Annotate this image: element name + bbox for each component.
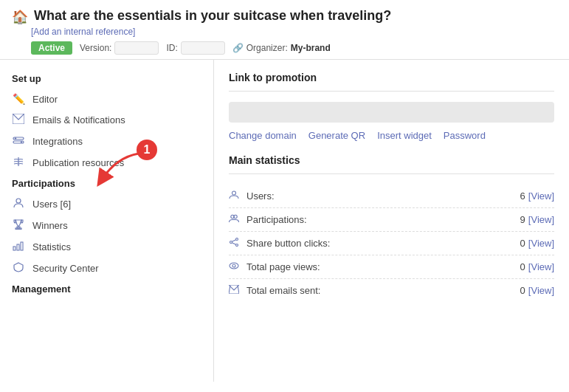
- emails-stat-label: Total emails sent:: [246, 285, 320, 296]
- sidebar-item-integrations[interactable]: Integrations: [0, 131, 213, 152]
- id-field: ID:: [166, 41, 224, 55]
- emails-stat-icon: [229, 285, 241, 296]
- setup-title: Set up: [0, 73, 213, 89]
- sidebar-item-label: Editor: [32, 94, 58, 105]
- management-section: Management: [0, 283, 213, 299]
- add-reference-link[interactable]: [Add an internal reference]: [31, 27, 557, 37]
- change-domain-link[interactable]: Change domain: [229, 130, 297, 141]
- sidebar-item-winners[interactable]: Winners: [0, 215, 213, 236]
- organizer-field: 🔗 Organizer: My-brand: [232, 43, 331, 53]
- share-stat-label: Share button clicks:: [246, 238, 330, 249]
- organizer-label: Organizer:: [246, 43, 288, 53]
- svg-rect-7: [15, 228, 21, 230]
- main-content: Link to promotion Change domain Generate…: [214, 60, 569, 382]
- svg-point-14: [236, 238, 238, 241]
- users-stat-icon: [229, 190, 241, 202]
- stat-row-participations: Participations: 9 [View]: [229, 208, 554, 232]
- organizer-name[interactable]: My-brand: [291, 43, 331, 53]
- sidebar-item-label: Statistics: [32, 241, 71, 252]
- stat-row-users: Users: 6 [View]: [229, 185, 554, 208]
- svg-line-18: [232, 243, 235, 244]
- link-to-promotion-section: Link to promotion Change domain Generate…: [229, 72, 554, 141]
- svg-line-17: [232, 240, 235, 241]
- sidebar: 1 Set up ✏️ Editor Emails & Notification…: [0, 60, 214, 382]
- users-icon: [12, 198, 25, 210]
- sidebar-item-label: Security Center: [32, 263, 99, 274]
- divider: [229, 91, 554, 92]
- promo-actions: Change domain Generate QR Insert widget …: [229, 130, 554, 141]
- promo-link-bar[interactable]: [229, 102, 554, 123]
- users-view-link[interactable]: [View]: [528, 190, 554, 202]
- id-label: ID:: [166, 43, 177, 53]
- participations-section: Participations Users [6] Winners Statist…: [0, 178, 213, 279]
- insert-widget-link[interactable]: Insert widget: [377, 130, 432, 141]
- svg-rect-10: [21, 242, 23, 250]
- status-badge: Active: [31, 41, 72, 55]
- svg-point-5: [16, 199, 21, 203]
- emails-icon: [12, 114, 25, 126]
- generate-qr-link[interactable]: Generate QR: [308, 130, 365, 141]
- emails-view-link[interactable]: [View]: [528, 285, 554, 296]
- stats-section-title: Main statistics: [229, 154, 554, 166]
- main-layout: 1 Set up ✏️ Editor Emails & Notification…: [0, 60, 569, 382]
- pageviews-view-link[interactable]: [View]: [528, 261, 554, 272]
- share-stat-value: 0 [View]: [520, 238, 554, 249]
- page-title: What are the essentials in your suitcase…: [34, 7, 391, 24]
- sidebar-item-label: Integrations: [32, 136, 83, 147]
- svg-point-15: [230, 241, 232, 244]
- emails-stat-value: 0 [View]: [520, 285, 554, 296]
- users-stat-label: Users:: [246, 190, 275, 202]
- participations-view-link[interactable]: [View]: [528, 214, 554, 225]
- main-statistics-section: Main statistics Users: 6 [View]: [229, 154, 554, 302]
- participations-stat-icon: [229, 214, 241, 225]
- svg-point-20: [232, 264, 235, 267]
- share-view-link[interactable]: [View]: [528, 238, 554, 249]
- pageviews-stat-icon: [229, 261, 241, 272]
- participations-stat-label: Participations:: [246, 214, 307, 225]
- stat-row-emails: Total emails sent: 0 [View]: [229, 279, 554, 302]
- security-icon: [12, 262, 25, 275]
- id-value[interactable]: [181, 41, 225, 55]
- publication-icon: [12, 157, 25, 169]
- statistics-icon: [12, 241, 25, 253]
- svg-point-19: [230, 263, 238, 269]
- link-icon: 🔗: [232, 43, 244, 53]
- stat-row-share: Share button clicks: 0 [View]: [229, 232, 554, 255]
- share-stat-icon: [229, 238, 241, 249]
- stat-row-pageviews: Total page views: 0 [View]: [229, 255, 554, 279]
- editor-icon: ✏️: [12, 93, 25, 105]
- home-icon[interactable]: 🏠: [12, 9, 28, 25]
- sidebar-item-editor[interactable]: ✏️ Editor: [0, 89, 213, 109]
- participations-stat-value: 9 [View]: [520, 214, 554, 225]
- winners-icon: [12, 219, 25, 232]
- sidebar-item-emails[interactable]: Emails & Notifications: [0, 109, 213, 131]
- stats-divider: [229, 173, 554, 174]
- version-value[interactable]: [114, 41, 159, 55]
- svg-point-4: [21, 141, 22, 142]
- sidebar-item-label: Winners: [32, 220, 68, 231]
- link-section-title: Link to promotion: [229, 72, 554, 83]
- sidebar-item-statistics[interactable]: Statistics: [0, 236, 213, 258]
- page-header: 🏠 What are the essentials in your suitca…: [0, 0, 569, 60]
- management-title: Management: [0, 283, 213, 299]
- sidebar-item-users[interactable]: Users [6]: [0, 193, 213, 215]
- sidebar-item-security[interactable]: Security Center: [0, 258, 213, 279]
- sidebar-item-label: Users [6]: [32, 199, 71, 210]
- sidebar-item-label: Emails & Notifications: [32, 114, 125, 125]
- header-meta: Active Version: ID: 🔗 Organizer: My-bran…: [31, 41, 557, 55]
- svg-point-16: [236, 244, 238, 247]
- users-stat-value: 6 [View]: [520, 190, 554, 202]
- integrations-icon: [12, 135, 25, 148]
- version-label: Version:: [80, 43, 111, 53]
- svg-rect-9: [17, 244, 19, 250]
- version-field: Version:: [80, 41, 159, 55]
- pageviews-stat-value: 0 [View]: [520, 261, 554, 272]
- password-link[interactable]: Password: [444, 130, 486, 141]
- svg-point-11: [232, 191, 236, 195]
- svg-rect-8: [13, 247, 15, 250]
- svg-point-3: [15, 137, 16, 139]
- pageviews-stat-label: Total page views:: [246, 261, 320, 272]
- annotation-arrow: [94, 150, 146, 187]
